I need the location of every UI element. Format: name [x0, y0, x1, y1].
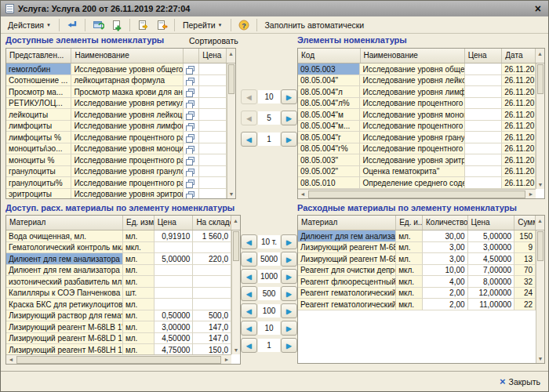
cell[interactable]: 10,00: [423, 265, 468, 277]
table-row[interactable]: 08.05.004"гИсследование уровня гранулоц.…: [298, 132, 536, 143]
cell[interactable]: Исследование процентного рас...: [71, 154, 184, 166]
cell[interactable]: [155, 265, 194, 277]
actions-menu-button[interactable]: Действия▼: [4, 19, 55, 31]
cell[interactable]: мл.: [396, 242, 423, 254]
scroll-up-icon[interactable]: ▲: [536, 49, 544, 63]
table-row[interactable]: Вода очищенная, мл.мл.0,919101 560,0: [6, 230, 231, 242]
cell[interactable]: 24: [514, 288, 536, 299]
cell[interactable]: [184, 132, 199, 143]
table-row[interactable]: Лизирующий реагент М-68LH 1"...мл.4,7500…: [6, 344, 231, 354]
cell[interactable]: [465, 143, 503, 155]
table-row[interactable]: Капилляры к СОЭ Панченкова ...шт.: [6, 288, 231, 299]
cell[interactable]: [193, 288, 231, 299]
open-value-icon[interactable]: [188, 111, 195, 117]
cell[interactable]: Гематологический контроль мкл.: [6, 242, 123, 254]
cell[interactable]: 4,50000: [155, 333, 194, 345]
scroll-thumb[interactable]: [16, 356, 221, 364]
cell[interactable]: [199, 86, 227, 98]
cell[interactable]: Лизирующий реагент М-68LB 1"...: [6, 321, 123, 333]
transfer-left-button[interactable]: ◄: [241, 321, 257, 336]
open-value-icon[interactable]: [188, 180, 195, 185]
cell[interactable]: [465, 177, 503, 189]
cell[interactable]: 2,00: [423, 288, 468, 299]
table-row[interactable]: Краска БКС для ретикулоцитов ...мл.: [6, 299, 231, 310]
scroll-up-icon[interactable]: ▲: [227, 49, 235, 63]
column-header[interactable]: Материал: [298, 216, 396, 230]
transfer-right-button[interactable]: ►: [281, 89, 297, 104]
close-button[interactable]: × Закрыть: [500, 377, 540, 387]
cell[interactable]: 26.11.20: [502, 109, 536, 121]
cell[interactable]: Просмотр ма...: [6, 86, 71, 98]
cell[interactable]: [184, 143, 199, 155]
cell[interactable]: Дилюент для гем анализатора ...: [6, 253, 123, 265]
transfer-right-button[interactable]: ►: [281, 234, 297, 249]
cell[interactable]: [184, 64, 199, 75]
cell[interactable]: 4,00: [423, 276, 468, 288]
transfer-left-button[interactable]: ◄: [241, 286, 257, 301]
table-row[interactable]: эритроцитыИсследование уровня эритроцит.…: [6, 189, 227, 199]
open-value-icon[interactable]: [188, 134, 195, 140]
table-row[interactable]: 08.05.003"Исследование уровня эритроци..…: [298, 154, 536, 166]
column-header[interactable]: Наименование: [71, 49, 184, 63]
cell[interactable]: лейкоцитарная формула: [71, 75, 184, 87]
table-row[interactable]: гранулоциты%Исследование процентного рас…: [6, 177, 227, 189]
cell[interactable]: [193, 299, 231, 310]
cell[interactable]: мкл.: [396, 299, 423, 310]
scroll-thumb[interactable]: [308, 191, 525, 198]
cell[interactable]: мл.: [123, 333, 155, 345]
cell[interactable]: Исследование уровня лимфоци...: [360, 86, 464, 98]
transfer-left-button[interactable]: ◄: [241, 132, 257, 147]
cell[interactable]: 09.05.003: [298, 64, 360, 75]
table-row[interactable]: 08.05.004"Исследование уровня лейкоцит..…: [298, 75, 536, 87]
cell[interactable]: [465, 75, 503, 87]
cell[interactable]: [155, 288, 194, 299]
cell[interactable]: 08.05.004": [298, 75, 360, 87]
cell[interactable]: [199, 132, 227, 143]
table-row[interactable]: гранулоцитыИсследование уровня гранулоци…: [6, 166, 227, 178]
cell[interactable]: [184, 189, 199, 199]
table-row[interactable]: Реагент гематологический ...мкл.2,0011,0…: [298, 299, 536, 310]
table-row[interactable]: гемоглобинИсследование уровня общего ге.…: [6, 64, 227, 75]
scroll-thumb[interactable]: [537, 64, 544, 94]
cell[interactable]: 08.05.004"л: [298, 86, 360, 98]
vertical-scrollbar[interactable]: ▼: [227, 64, 235, 198]
column-header[interactable]: Цена: [465, 49, 503, 63]
cell[interactable]: 22: [514, 299, 536, 310]
cell[interactable]: Исследование уровня моноцито...: [360, 109, 464, 121]
cell[interactable]: 150,0: [193, 344, 231, 354]
cell[interactable]: 220,0: [193, 253, 231, 265]
transfer-left-button[interactable]: ◄: [241, 338, 257, 353]
cell[interactable]: гемоглобин: [6, 64, 71, 75]
cell[interactable]: мл.: [123, 299, 155, 310]
cell[interactable]: Исследование процентного рас...: [360, 98, 464, 110]
table-row[interactable]: 08.05.004"лИсследование уровня лимфоци..…: [298, 86, 536, 98]
table-row[interactable]: 08.05.004"мИсследование уровня моноцито.…: [298, 109, 536, 121]
cell[interactable]: 26.11.20: [502, 177, 536, 189]
cell[interactable]: гранулоциты: [6, 166, 71, 178]
cell[interactable]: 5,00000: [468, 230, 515, 242]
table-row[interactable]: 09.05.002"Оценка гематокрита"26.11.20: [298, 166, 536, 178]
cell[interactable]: Исследование уровня лейкоцит...: [71, 109, 184, 121]
cell[interactable]: [193, 265, 231, 277]
cell[interactable]: лейкоциты: [6, 109, 71, 121]
cell[interactable]: 1 560,0: [193, 230, 231, 242]
vertical-scrollbar[interactable]: ▼: [536, 230, 544, 363]
export-button[interactable]: [153, 18, 170, 32]
open-value-icon[interactable]: [188, 100, 195, 106]
scroll-up-icon[interactable]: ▲: [536, 216, 544, 230]
table-row[interactable]: Лизирующий реагент М-68LD 1"...мл.4,5000…: [6, 333, 231, 345]
cell[interactable]: Исследование процентного рас...: [71, 132, 184, 143]
table-row[interactable]: Дилюент для гем анализатора ...мл.: [6, 265, 231, 277]
cell[interactable]: Лизирующий реагент М-68LD 1"...: [6, 333, 123, 345]
table-row[interactable]: моноциты %Исследование процентного рас..…: [6, 154, 227, 166]
column-header[interactable]: Материал: [6, 216, 123, 230]
horizontal-scrollbar[interactable]: ◄►: [6, 354, 231, 364]
cell[interactable]: [184, 121, 199, 132]
cell[interactable]: [184, 109, 199, 121]
cell[interactable]: [199, 64, 227, 75]
cell[interactable]: 08.05.004"г%: [298, 143, 360, 155]
column-header[interactable]: Цена: [155, 216, 194, 230]
cell[interactable]: Исследование процентного рас...: [360, 143, 464, 155]
column-header[interactable]: Ед. изм.: [123, 216, 155, 230]
cell[interactable]: [199, 98, 227, 110]
